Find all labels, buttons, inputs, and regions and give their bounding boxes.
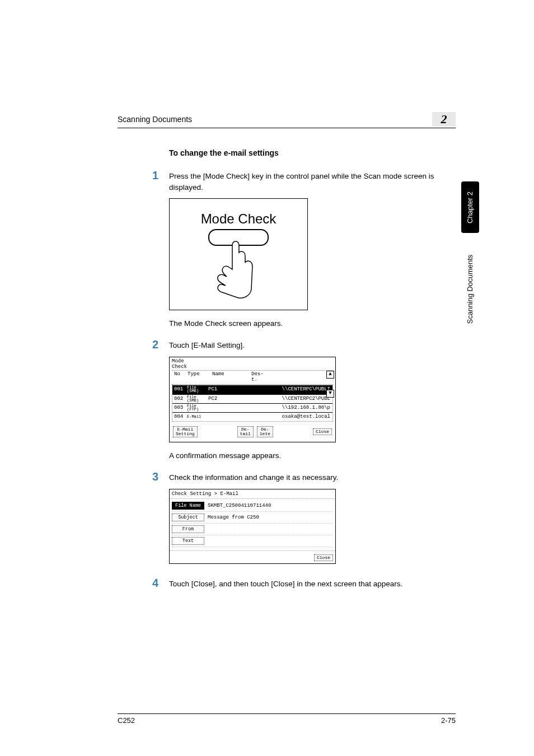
col-no: No: [172, 372, 188, 383]
table-row[interactable]: 004 E-Mail osaka@test.local: [172, 412, 332, 421]
screen1-title: Mode Check: [172, 359, 333, 371]
detail-button[interactable]: De- tail: [237, 426, 254, 437]
step-3-number: 3: [152, 471, 169, 482]
footer-page-number: 2-75: [441, 716, 456, 725]
illustration-mode-check-key: Mode Check: [169, 198, 456, 310]
file-name-row: File Name SKMBT_C25004110711440: [172, 500, 333, 512]
step-3-text: Check the information and change it as n…: [169, 471, 338, 483]
file-name-value: SKMBT_C25004110711440: [208, 503, 271, 508]
step-2-number: 2: [152, 339, 169, 350]
email-setting-button[interactable]: E-Mail Setting: [173, 426, 198, 437]
close-button[interactable]: Close: [313, 428, 332, 435]
mode-check-label: Mode Check: [170, 211, 307, 227]
screenshot-email-settings: Check Setting > E-Mail File Name SKMBT_C…: [169, 489, 456, 564]
col-type: Type: [188, 372, 212, 383]
header-chapter-number: 2: [432, 112, 456, 127]
scroll-down-button[interactable]: ▼: [326, 390, 334, 398]
col-dest: Des- t.: [251, 372, 333, 383]
step-2: 2 Touch [E-Mail Setting].: [152, 339, 456, 351]
subject-button[interactable]: Subject: [172, 514, 204, 521]
step-2-result: A confirmation message appears.: [169, 451, 456, 460]
from-row: From: [172, 524, 333, 535]
step-1-result: The Mode Check screen appears.: [169, 319, 456, 328]
step-1: 1 Press the [Mode Check] key in the cont…: [152, 170, 456, 193]
page-footer: C252 2-75: [118, 713, 456, 725]
col-name: Name: [212, 372, 251, 383]
table-row[interactable]: 001 File (SMB) PC1 \\CENTERPC\PUBLI: [172, 385, 332, 394]
hand-pressing-icon: [210, 238, 259, 304]
page-header: Scanning Documents 2: [118, 112, 456, 128]
screenshot-mode-check-list: Mode Check No Type Name Des- t. 001 File…: [169, 357, 456, 443]
step-4-number: 4: [152, 577, 169, 589]
footer-model: C252: [118, 716, 135, 725]
step-4: 4 Touch [Close], and then touch [Close] …: [152, 577, 456, 590]
step-1-text: Press the [Mode Check] key in the contro…: [169, 170, 456, 193]
header-section: Scanning Documents: [118, 115, 192, 124]
text-button[interactable]: Text: [172, 537, 204, 545]
subject-value: Message from C250: [208, 515, 259, 520]
table-row[interactable]: 003 File (FTP) \\192.168.1.80\p: [172, 403, 332, 412]
text-row: Text: [172, 535, 333, 547]
step-4-text: Touch [Close], and then touch [Close] in…: [169, 577, 402, 590]
step-1-number: 1: [152, 170, 169, 181]
subject-row: Subject Message from C250: [172, 512, 333, 524]
scroll-up-button[interactable]: ▲: [326, 371, 334, 379]
close-button[interactable]: Close: [314, 554, 333, 561]
screen2-title: Check Setting > E-Mail: [170, 489, 335, 498]
table-row[interactable]: 002 File (SMB) PC2 \\CENTERPC2\PUBL: [172, 394, 332, 403]
file-name-button[interactable]: File Name: [172, 502, 204, 510]
from-button[interactable]: From: [172, 525, 204, 533]
delete-button[interactable]: De- lete: [257, 426, 273, 437]
step-2-text: Touch [E-Mail Setting].: [169, 339, 245, 351]
step-3: 3 Check the information and change it as…: [152, 471, 456, 483]
screen1-column-headers: No Type Name Des- t.: [172, 370, 333, 385]
section-heading: To change the e-mail settings: [169, 148, 456, 157]
